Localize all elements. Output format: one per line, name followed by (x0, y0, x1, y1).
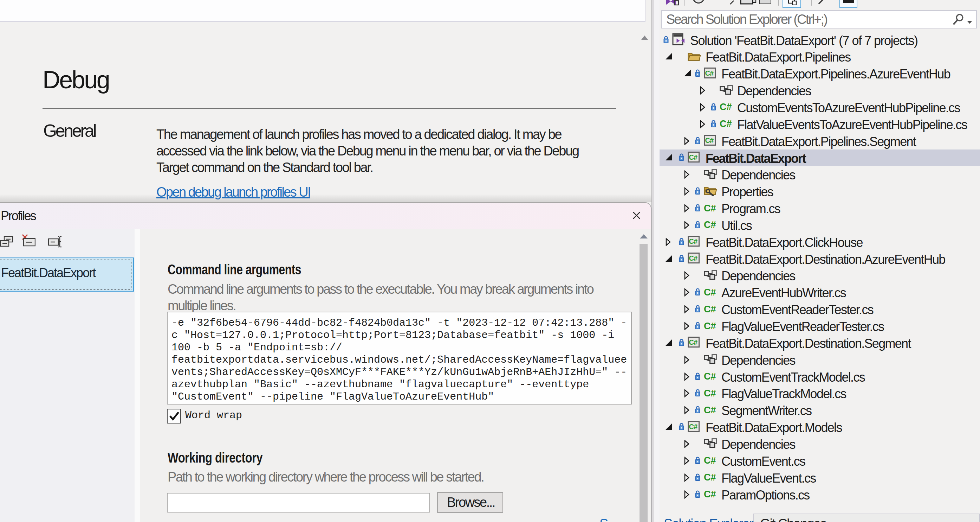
svg-text:C#: C# (689, 238, 697, 245)
svg-text:C#: C# (689, 153, 697, 161)
svg-text:C#: C# (704, 321, 716, 330)
svg-text:C#: C# (704, 219, 716, 229)
svg-text:C#: C# (704, 304, 716, 313)
svg-text:C#: C# (704, 405, 716, 414)
svg-text:C#: C# (704, 455, 716, 465)
svg-text:C#: C# (689, 254, 697, 262)
svg-text:C#: C# (720, 102, 732, 111)
svg-text:C#: C# (705, 69, 714, 77)
svg-text:C#: C# (720, 118, 732, 128)
svg-text:C#: C# (704, 287, 716, 297)
svg-text:C#: C# (704, 489, 716, 498)
svg-text:C#: C# (704, 371, 716, 381)
svg-text:C#: C# (704, 203, 716, 212)
svg-text:C#: C# (704, 472, 716, 482)
svg-text:C#: C# (704, 388, 716, 397)
svg-text:C#: C# (689, 338, 697, 346)
svg-text:C#: C# (689, 423, 697, 431)
svg-text:C#: C# (705, 136, 714, 144)
